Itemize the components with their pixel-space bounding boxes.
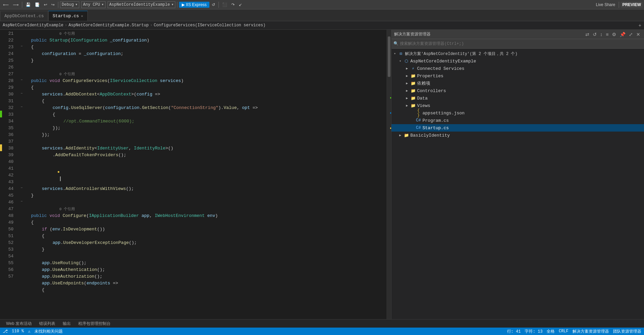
code-line-34: }); <box>24 125 386 132</box>
tree-project[interactable]: ▾ ⬡ AspNetCoreIdentityExample <box>391 57 644 65</box>
zoom-level[interactable]: 110 % <box>12 329 24 334</box>
fold-28-icon[interactable]: − <box>19 77 24 84</box>
fold-49-icon[interactable]: − <box>19 198 24 205</box>
se-refresh-button[interactable]: ↺ <box>592 31 598 37</box>
line-48: 48 <box>2 213 16 219</box>
code-line-31: config.UseSqlServer(configuration.GetSec… <box>24 105 386 111</box>
controllers-label: Controllers <box>417 88 446 93</box>
line-35: 35 <box>2 125 16 132</box>
se-collapse-button[interactable]: ↕ <box>599 31 604 37</box>
code-line-55: app.UseAuthorization(); <box>24 273 386 280</box>
preview-button[interactable]: PREVIEW <box>621 2 643 8</box>
tree-program[interactable]: ▶ C# Program.cs <box>391 117 644 124</box>
status-warning[interactable]: 未找到相关问题 <box>34 329 63 334</box>
breadcrumb-method[interactable]: ConfigureServices(IServiceCollection ser… <box>154 23 265 28</box>
btab-web-publish[interactable]: Web 发布活动 <box>3 320 35 327</box>
live-share-button[interactable]: Live Share <box>594 2 617 8</box>
line-56: 56 <box>2 267 16 273</box>
line-ending-label[interactable]: CRLF <box>559 329 568 334</box>
tab-startup-label: Startup.cs <box>53 13 79 19</box>
cpu-dropdown[interactable]: Any CPU ▾ <box>81 1 106 8</box>
code-line-43: services.AddControllersWithViews(); <box>24 186 386 192</box>
tree-dependencies[interactable]: ▶ 📁 依赖项 <box>391 80 644 87</box>
views-arrow-icon: ▶ <box>405 104 409 108</box>
dependencies-folder-icon: 📁 <box>410 81 416 86</box>
refresh-button[interactable]: ↺ <box>210 2 217 8</box>
tree-controllers[interactable]: ▶ 📁 Controllers <box>391 87 644 94</box>
save-button[interactable]: 💾 <box>24 2 32 8</box>
breadcrumb-sep-1: › <box>65 23 67 28</box>
tab-startup-close-icon[interactable]: ✕ <box>81 14 83 18</box>
tree-properties[interactable]: ▶ 📁 Properties <box>391 72 644 80</box>
se-pin-button[interactable]: 📌 <box>619 31 626 37</box>
breadcrumb-namespace[interactable]: AspNetCoreIdentityExample.Startup <box>68 23 149 28</box>
tab-appdbcontext[interactable]: AppDbContext.cs <box>0 11 48 21</box>
separator-1 <box>22 2 22 8</box>
btab-output[interactable]: 输出 <box>59 320 74 327</box>
code-line-53: app.UseRouting(); <box>24 260 386 267</box>
views-label: Views <box>417 103 430 108</box>
tree-data[interactable]: ▶ 📁 Data <box>391 94 644 102</box>
code-line-41[interactable]: ● <box>24 172 386 179</box>
solution-explorer-tree: ▾ ⊡ 解决方案'AspNetCoreIdentity'(第 2 个项目，共 2… <box>391 49 644 319</box>
project-dropdown[interactable]: AspNetCoreIdentityExample ▾ <box>108 1 175 8</box>
code-line-32: { <box>24 111 386 118</box>
line-51: 51 <box>2 233 16 240</box>
se-close-button[interactable]: ✕ <box>635 31 641 37</box>
vertical-scrollbar[interactable] <box>386 30 391 319</box>
code-line-26 <box>24 64 386 71</box>
tree-root-solution[interactable]: ▾ ⊡ 解决方案'AspNetCoreIdentity'(第 2 个项目，共 2… <box>391 50 644 57</box>
redo-button[interactable]: ↪ <box>50 2 56 8</box>
se-filter-button[interactable]: ≡ <box>605 31 610 37</box>
save-all-button[interactable]: 📑 <box>33 2 41 8</box>
views-folder-icon: 📁 <box>410 103 416 108</box>
step-into-button[interactable]: ↙ <box>237 2 244 8</box>
fold-47-icon[interactable]: − <box>19 185 24 192</box>
solution-icon: ⊡ <box>398 51 404 56</box>
project-label: AspNetCoreIdentityExample <box>109 2 170 7</box>
forward-button[interactable]: ⟶ <box>11 2 20 8</box>
btab-error-list[interactable]: 错误列表 <box>36 320 59 327</box>
breadcrumb-expand-button[interactable]: + <box>639 23 641 28</box>
code-line-51: } <box>24 246 386 253</box>
left-panel-tab[interactable]: 解决方案资源管理器 <box>573 329 609 334</box>
connected-services-icon: ⚡ <box>410 66 416 71</box>
solution-explorer-search-input[interactable] <box>400 41 642 46</box>
undo-button[interactable]: ↩ <box>42 2 49 8</box>
program-label: Program.cs <box>422 118 449 123</box>
tree-startup[interactable]: ▶ C# Startup.cs <box>391 124 644 132</box>
debug-mode-label: Debug <box>62 2 74 7</box>
project-expand-arrow-icon: ▾ <box>398 59 402 63</box>
tree-views[interactable]: ▶ 📁 Views <box>391 102 644 109</box>
scrollbar-thumb[interactable] <box>388 36 390 77</box>
line-36: 36 <box>2 132 16 138</box>
step-over-button[interactable]: ↷ <box>230 2 236 8</box>
scroll-deco-yellow <box>390 128 391 129</box>
run-button[interactable]: ▶ IIS Express <box>179 2 209 8</box>
encoding-label[interactable]: 全格 <box>547 329 555 334</box>
btab-package-manager[interactable]: 程序包管理控制台 <box>75 320 114 327</box>
se-settings-button[interactable]: ⚙ <box>611 31 617 37</box>
debug-mode-dropdown[interactable]: Debug ▾ <box>60 1 79 8</box>
tab-startup[interactable]: Startup.cs ✕ <box>48 11 88 21</box>
connected-services-label: Connected Services <box>417 66 464 71</box>
breadcrumb-project[interactable]: AspNetCoreIdentityExample <box>3 23 63 28</box>
tree-connected-services[interactable]: ▶ ⚡ Connected Services <box>391 65 644 72</box>
back-button[interactable]: ⟵ <box>1 2 10 8</box>
se-sync-button[interactable]: ⇄ <box>584 31 590 37</box>
tree-basicly-identity[interactable]: ▶ 📁 BasiclyIdentity <box>391 132 644 139</box>
line-25: 25 <box>2 57 16 64</box>
code-line-22: public Startup(IConfiguration _configura… <box>24 37 386 44</box>
properties-arrow-icon: ▶ <box>405 74 409 78</box>
code-editor[interactable]: 0 个引用 public Startup(IConfiguration _con… <box>24 30 386 319</box>
scroll-deco-green <box>390 97 391 99</box>
separator-3 <box>177 2 177 8</box>
fold-30-icon[interactable]: − <box>19 90 24 97</box>
breakpoints-button[interactable]: ⬛ <box>221 2 229 8</box>
se-expand-button[interactable]: ⤢ <box>628 31 634 37</box>
right-panel-tab[interactable]: 团队资源管理器 <box>613 329 641 334</box>
fold-32-icon[interactable]: − <box>19 104 24 111</box>
tree-appsettings[interactable]: ▶ { } appsettings.json <box>391 109 644 117</box>
fold-23-icon[interactable]: − <box>19 43 24 50</box>
line-23: 23 <box>2 44 16 51</box>
